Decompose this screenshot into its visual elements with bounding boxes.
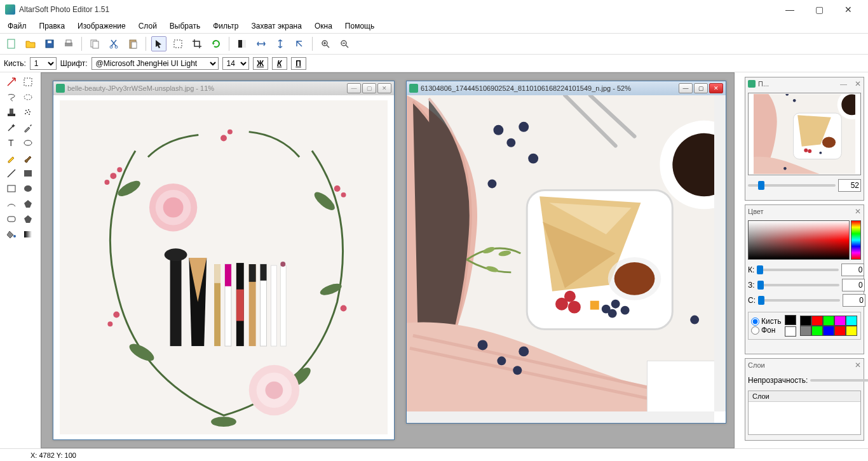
rect-tool-icon[interactable] bbox=[4, 182, 19, 196]
swatch[interactable] bbox=[834, 326, 846, 336]
copy-icon[interactable] bbox=[87, 36, 102, 51]
print-icon[interactable] bbox=[61, 36, 76, 51]
menu-layer[interactable]: Слой bbox=[133, 20, 162, 32]
refresh-icon[interactable] bbox=[208, 36, 224, 51]
brush-size-select[interactable]: 1 bbox=[30, 57, 57, 70]
swatch[interactable] bbox=[823, 326, 834, 336]
arc-tool-icon[interactable] bbox=[4, 197, 19, 211]
swatch[interactable] bbox=[800, 326, 811, 336]
swatch[interactable] bbox=[823, 316, 834, 326]
eyedropper-icon[interactable] bbox=[20, 121, 36, 135]
rotate-icon[interactable] bbox=[292, 36, 307, 51]
document-window-2[interactable]: 61304806_174445106902524_811010616822410… bbox=[406, 81, 726, 424]
ellipse-select-icon[interactable] bbox=[20, 90, 36, 104]
swatch[interactable] bbox=[811, 326, 823, 336]
flip-h-icon[interactable] bbox=[254, 36, 269, 51]
fill-round-icon[interactable] bbox=[20, 212, 36, 226]
swatch[interactable] bbox=[846, 326, 857, 336]
layers-list[interactable]: Слои bbox=[748, 391, 861, 435]
font-family-select[interactable]: @Microsoft JhengHei UI Light bbox=[92, 57, 219, 70]
doc1-titlebar[interactable]: belle-beauty-JPvy3rrWSeM-unsplash.jpg - … bbox=[53, 81, 394, 95]
color-field[interactable] bbox=[748, 220, 850, 260]
zoom-value[interactable] bbox=[838, 179, 861, 192]
zoom-slider[interactable] bbox=[748, 184, 836, 187]
bg-color-radio[interactable]: Фон bbox=[751, 326, 781, 335]
menu-filter[interactable]: Фильтр bbox=[208, 20, 243, 32]
menu-file[interactable]: Файл bbox=[3, 20, 32, 32]
swatch[interactable] bbox=[846, 316, 857, 326]
pointer-icon[interactable] bbox=[151, 36, 166, 51]
round-rect-icon[interactable] bbox=[4, 212, 19, 226]
crop-icon[interactable] bbox=[189, 36, 205, 51]
color-close-icon[interactable]: ✕ bbox=[855, 207, 861, 216]
green-slider[interactable] bbox=[757, 284, 839, 286]
doc2-canvas[interactable] bbox=[407, 95, 714, 411]
opacity-slider[interactable] bbox=[810, 379, 868, 382]
marquee-icon[interactable] bbox=[170, 36, 186, 51]
preview-thumbnail[interactable] bbox=[748, 93, 861, 175]
bucket-icon[interactable] bbox=[4, 227, 19, 241]
zoom-out-icon[interactable] bbox=[337, 36, 352, 51]
doc2-minimize[interactable]: — bbox=[679, 83, 693, 93]
rect-select-icon[interactable] bbox=[20, 75, 36, 89]
doc1-close[interactable]: ✕ bbox=[377, 83, 391, 93]
swatch[interactable] bbox=[811, 316, 823, 326]
zoom-in-icon[interactable] bbox=[318, 36, 333, 51]
flip-v-icon[interactable] bbox=[273, 36, 288, 51]
ellipse-tool-icon[interactable] bbox=[20, 136, 36, 150]
line-tool-icon[interactable] bbox=[4, 166, 19, 180]
menu-capture[interactable]: Захват экрана bbox=[247, 20, 307, 32]
maximize-button[interactable]: ▢ bbox=[804, 0, 834, 19]
font-size-select[interactable]: 14 bbox=[222, 57, 249, 70]
underline-button[interactable]: П bbox=[291, 57, 306, 70]
arrow-tool-icon[interactable] bbox=[4, 75, 19, 89]
document-window-1[interactable]: belle-beauty-JPvy3rrWSeM-unsplash.jpg - … bbox=[53, 81, 395, 440]
grayscale-icon[interactable] bbox=[234, 36, 250, 51]
spray-icon[interactable] bbox=[20, 105, 36, 119]
bold-button[interactable]: Ж bbox=[253, 57, 268, 70]
pencil-icon[interactable] bbox=[4, 151, 19, 165]
swatch[interactable] bbox=[800, 316, 811, 326]
blue-value[interactable] bbox=[843, 294, 865, 307]
doc2-vscroll[interactable] bbox=[714, 95, 726, 411]
fg-swatch[interactable] bbox=[785, 315, 796, 325]
swatch[interactable] bbox=[834, 316, 846, 326]
green-value[interactable] bbox=[842, 279, 865, 291]
red-value[interactable] bbox=[841, 264, 864, 276]
doc2-close[interactable]: ✕ bbox=[709, 83, 723, 93]
red-slider[interactable] bbox=[757, 269, 839, 271]
stamp-icon[interactable] bbox=[4, 105, 19, 119]
menu-image[interactable]: Изображение bbox=[72, 20, 131, 32]
panel-minimize-icon[interactable]: — bbox=[840, 80, 847, 88]
menu-edit[interactable]: Правка bbox=[34, 20, 71, 32]
layers-close-icon[interactable]: ✕ bbox=[855, 361, 861, 370]
close-button[interactable]: ✕ bbox=[834, 0, 863, 19]
minimize-button[interactable]: — bbox=[775, 0, 804, 19]
wand-icon[interactable] bbox=[4, 121, 19, 135]
doc1-canvas[interactable] bbox=[53, 95, 394, 439]
doc2-hscroll[interactable] bbox=[407, 411, 714, 423]
fill-polygon-icon[interactable] bbox=[20, 197, 36, 211]
brush-icon[interactable] bbox=[20, 151, 36, 165]
doc1-maximize[interactable]: ▢ bbox=[362, 83, 376, 93]
italic-button[interactable]: К bbox=[272, 57, 287, 70]
new-file-icon[interactable] bbox=[4, 36, 19, 51]
text-tool-icon[interactable]: T bbox=[4, 136, 19, 150]
brush-color-radio[interactable]: Кисть bbox=[751, 317, 781, 326]
doc2-titlebar[interactable]: 61304806_174445106902524_811010616822410… bbox=[407, 81, 726, 95]
hue-strip[interactable] bbox=[851, 220, 861, 260]
menu-select[interactable]: Выбрать bbox=[165, 20, 205, 32]
menu-help[interactable]: Помощь bbox=[340, 20, 379, 32]
lasso-icon[interactable] bbox=[4, 90, 19, 104]
paste-icon[interactable] bbox=[125, 36, 140, 51]
menu-window[interactable]: Окна bbox=[309, 20, 337, 32]
panel-close-icon[interactable]: ✕ bbox=[855, 79, 861, 88]
fill-ellipse-icon[interactable] bbox=[20, 182, 36, 196]
doc2-maximize[interactable]: ▢ bbox=[694, 83, 708, 93]
bg-swatch[interactable] bbox=[785, 326, 796, 337]
blue-slider[interactable] bbox=[758, 299, 840, 302]
fill-rect-icon[interactable] bbox=[20, 166, 36, 180]
gradient-icon[interactable] bbox=[20, 227, 36, 241]
open-file-icon[interactable] bbox=[23, 36, 38, 51]
cut-icon[interactable] bbox=[106, 36, 121, 51]
